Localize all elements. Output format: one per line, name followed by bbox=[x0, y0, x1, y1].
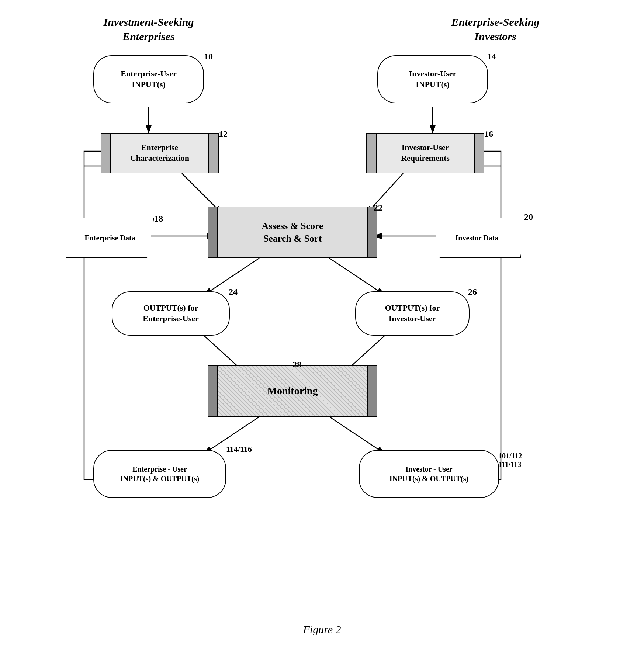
num-28: 28 bbox=[292, 360, 301, 370]
panel-right bbox=[208, 133, 219, 173]
investor-data-node: Investor Data bbox=[433, 218, 521, 258]
num-114-116: 114/116 bbox=[226, 444, 252, 454]
investor-input-node: Investor-User INPUT(s) bbox=[377, 55, 488, 103]
enterprise-data-node: Enterprise Data bbox=[66, 218, 154, 258]
num-20: 20 bbox=[524, 212, 533, 222]
enterprise-char-node: Enterprise Characterization bbox=[101, 133, 219, 173]
right-header-title: Enterprise-Seeking Investors bbox=[440, 15, 551, 44]
num-18: 18 bbox=[154, 214, 163, 224]
iu-input-output-node: Investor - User INPUT(s) & OUTPUT(s) bbox=[359, 450, 499, 498]
panel-right bbox=[474, 133, 484, 173]
eu-input-output-node: Enterprise - User INPUT(s) & OUTPUT(s) bbox=[93, 450, 226, 498]
panel-left bbox=[208, 365, 218, 417]
panel-center: Assess & Score Search & Sort bbox=[218, 207, 367, 258]
monitoring-node: Monitoring bbox=[208, 365, 377, 417]
num-14: 14 bbox=[487, 52, 496, 62]
panel-center: Enterprise Characterization bbox=[111, 133, 208, 173]
diagram-container: Investment-Seeking Enterprises Enterpris… bbox=[64, 15, 580, 612]
output-enterprise-node: OUTPUT(s) for Enterprise-User bbox=[112, 291, 230, 336]
panel-left bbox=[208, 207, 218, 258]
num-16: 16 bbox=[484, 129, 493, 139]
panel-left bbox=[101, 133, 111, 173]
num-22: 22 bbox=[374, 203, 382, 213]
left-header-title: Investment-Seeking Enterprises bbox=[93, 15, 204, 44]
investor-req-node: Investor-User Requirements bbox=[366, 133, 484, 173]
figure-caption: Figure 2 bbox=[303, 623, 341, 636]
svg-line-10 bbox=[329, 417, 385, 454]
assess-score-node: Assess & Score Search & Sort bbox=[208, 207, 377, 258]
num-10: 10 bbox=[204, 52, 213, 62]
num-12: 12 bbox=[219, 129, 228, 139]
output-investor-node: OUTPUT(s) for Investor-User bbox=[355, 291, 470, 336]
svg-line-6 bbox=[329, 258, 385, 295]
num-101-113: 101/112 111/113 bbox=[498, 443, 522, 469]
panel-right bbox=[367, 365, 377, 417]
enterprise-input-node: Enterprise-User INPUT(s) bbox=[93, 55, 204, 103]
panel-center: Investor-User Requirements bbox=[377, 133, 474, 173]
num-26: 26 bbox=[468, 287, 477, 297]
panel-center: Monitoring bbox=[218, 365, 367, 417]
panel-left bbox=[366, 133, 377, 173]
num-24: 24 bbox=[229, 287, 238, 297]
panel-right bbox=[367, 207, 377, 258]
